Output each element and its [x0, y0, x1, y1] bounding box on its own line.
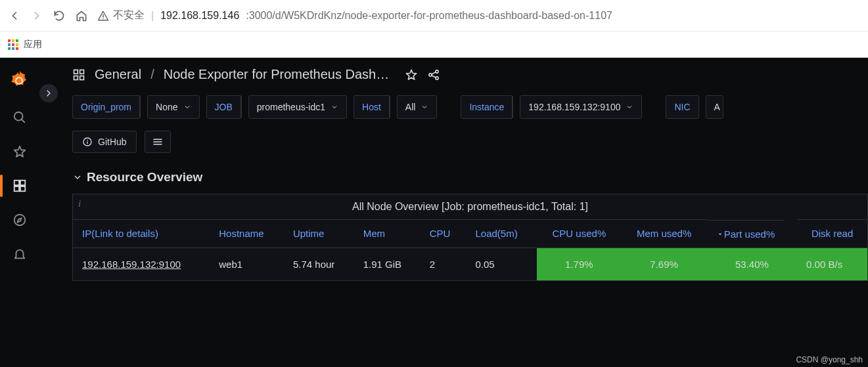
svg-point-7 [14, 215, 26, 226]
ip-link[interactable]: 192.168.159.132:9100 [82, 259, 181, 270]
chevron-down-icon [421, 103, 428, 111]
menu-icon [152, 136, 164, 148]
panel-node-overview: i All Node Overview [Job: prometheus-idc… [72, 194, 868, 281]
apps-icon[interactable] [8, 39, 18, 50]
url-host: 192.168.159.146 [160, 10, 239, 22]
var-origin-label: Origin_prom [73, 96, 140, 118]
dashboards-icon[interactable] [12, 179, 27, 193]
col-load[interactable]: Load(5m) [466, 220, 537, 248]
svg-rect-10 [74, 76, 78, 79]
back-button[interactable] [8, 9, 21, 22]
address-bar[interactable]: 不安全 | 192.168.159.146:3000/d/W5KDrdKnz/n… [97, 9, 860, 22]
chevron-down-icon [331, 103, 338, 111]
watermark: CSDN @yong_shh [796, 355, 863, 364]
star-icon[interactable] [12, 144, 27, 159]
table-row: 192.168.159.132:9100 web1 5.74 hour 1.91… [73, 248, 867, 280]
breadcrumb-dash[interactable]: Node Exporter for Prometheus Dash… [164, 67, 390, 82]
url-path: :3000/d/W5KDrdKnz/node-exporter-for-prom… [246, 10, 612, 22]
reload-button[interactable] [53, 9, 66, 22]
github-link-button[interactable]: GitHub [72, 131, 137, 153]
row-header[interactable]: Resource Overview [72, 170, 868, 184]
var-host: Host [354, 95, 390, 119]
var-instance: Instance [461, 95, 513, 119]
info-icon [82, 137, 93, 147]
var-extra-text: A [714, 102, 720, 112]
cell-load: 0.05 [466, 248, 537, 280]
svg-rect-3 [14, 181, 19, 185]
col-disk-read[interactable]: Disk read [797, 220, 867, 248]
nodes-table: IP(Link to details) Hostname Uptime Mem … [73, 219, 867, 280]
col-uptime[interactable]: Uptime [284, 220, 354, 248]
svg-rect-4 [20, 181, 25, 185]
cell-uptime: 5.74 hour [284, 248, 354, 280]
var-job-value[interactable]: prometheus-idc1 [248, 95, 347, 119]
cell-cpu-used: 1.79% [537, 248, 621, 280]
col-mem[interactable]: Mem [354, 220, 421, 248]
dashboards-grid-icon[interactable] [72, 68, 85, 81]
separator: | [151, 10, 154, 22]
explore-icon[interactable] [12, 213, 27, 227]
var-extra[interactable]: A [706, 95, 723, 119]
insecure-label: 不安全 [113, 9, 145, 22]
chevron-down-icon [626, 103, 633, 111]
svg-rect-5 [14, 186, 19, 191]
var-instance-label: Instance [461, 96, 513, 118]
col-part-used[interactable]: Part used% [707, 220, 785, 248]
row-title: Resource Overview [87, 170, 202, 184]
cell-disk-read: 0.00 B/s [797, 248, 867, 280]
sidebar [0, 58, 39, 367]
var-host-label: Host [354, 96, 390, 118]
alerting-icon[interactable] [12, 247, 27, 261]
cell-mem-used: 7.69% [622, 248, 707, 280]
col-ip[interactable]: IP(Link to details) [73, 220, 210, 248]
favorite-star-icon[interactable] [405, 68, 418, 81]
chevron-down-icon [72, 172, 83, 183]
var-origin-value[interactable]: None [147, 95, 199, 119]
cell-mem: 1.91 GiB [354, 248, 421, 280]
insecure-warning: 不安全 [97, 9, 145, 22]
breadcrumb: General / Node Exporter for Prometheus D… [72, 67, 868, 82]
col-hostname[interactable]: Hostname [210, 220, 284, 248]
var-instance-value[interactable]: 192.168.159.132:9100 [520, 95, 642, 119]
col-mem-used[interactable]: Mem used% [622, 220, 707, 248]
home-button[interactable] [75, 9, 88, 22]
var-host-value-text: All [405, 102, 416, 112]
breadcrumb-sep: / [150, 67, 154, 82]
sort-desc-icon [716, 230, 724, 238]
var-instance-value-text: 192.168.159.132:9100 [528, 102, 620, 112]
apps-label[interactable]: 应用 [24, 39, 42, 51]
cell-part-used: 53.40% [707, 248, 797, 280]
forward-button[interactable] [30, 9, 43, 22]
var-job: JOB [206, 95, 242, 119]
grafana-logo-icon[interactable] [9, 70, 30, 91]
col-cpu[interactable]: CPU [421, 220, 467, 248]
svg-rect-9 [80, 70, 84, 74]
menu-button[interactable] [145, 131, 171, 153]
var-origin-value-text: None [156, 102, 177, 112]
github-label: GitHub [98, 137, 127, 147]
svg-point-0 [103, 18, 104, 19]
panel-info-icon[interactable]: i [78, 198, 81, 209]
search-icon[interactable] [12, 110, 27, 125]
svg-rect-6 [20, 186, 25, 191]
breadcrumb-folder[interactable]: General [95, 67, 141, 82]
var-job-label: JOB [207, 96, 241, 118]
panel-title: All Node Overview [Job: prometheus-idc1,… [352, 201, 588, 212]
chevron-down-icon [183, 103, 191, 111]
share-icon[interactable] [427, 68, 440, 81]
var-host-value[interactable]: All [397, 95, 438, 119]
cell-cpu: 2 [421, 248, 467, 280]
col-cpu-used[interactable]: CPU used% [537, 220, 621, 248]
svg-rect-11 [80, 76, 84, 79]
var-origin-prom: Origin_prom [72, 95, 141, 119]
var-job-value-text: prometheus-idc1 [257, 102, 325, 112]
var-nic-label: NIC [666, 96, 698, 118]
svg-rect-8 [74, 70, 78, 74]
cell-hostname: web1 [210, 248, 284, 280]
var-nic: NIC [666, 95, 698, 119]
expand-sidebar-button[interactable] [39, 84, 58, 102]
